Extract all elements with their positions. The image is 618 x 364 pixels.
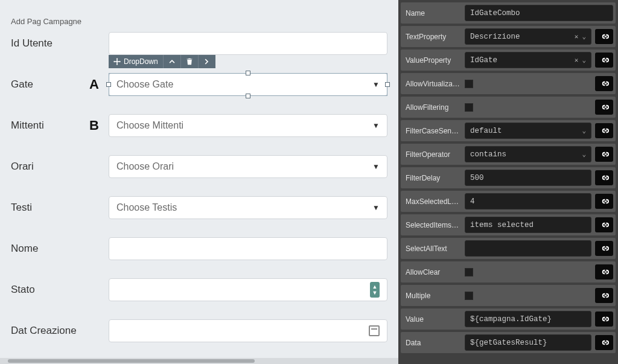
prop-valueproperty-input[interactable]: IdGate ✕⌄ xyxy=(465,52,591,68)
chevron-down-icon: ▼ xyxy=(372,162,380,171)
clear-icon[interactable]: ✕ xyxy=(575,33,579,40)
prop-filtercasesensitivity-input[interactable]: default ⌄ xyxy=(465,123,591,139)
link-button[interactable] xyxy=(595,147,613,162)
form-row-datcreazione: Dat Creazione xyxy=(11,319,387,342)
label-orari: Orari xyxy=(11,161,109,173)
link-button[interactable] xyxy=(595,170,613,185)
link-icon xyxy=(600,267,609,276)
prop-filtercasesensitivity: FilterCaseSensiti... default ⌄ xyxy=(401,120,616,141)
link-button[interactable] xyxy=(595,53,613,68)
prop-name: Name IdGateCombo xyxy=(401,2,616,24)
letter-b: B xyxy=(89,118,99,133)
prop-filterdelay-input[interactable]: 500 xyxy=(465,170,591,186)
form-row-orari: Orari Choose Orari ▼ xyxy=(11,155,387,178)
link-button[interactable] xyxy=(595,288,613,303)
chevron-down-icon[interactable]: ⌄ xyxy=(582,150,586,158)
letter-a: A xyxy=(89,77,99,92)
link-button[interactable] xyxy=(595,194,613,209)
link-button[interactable] xyxy=(595,335,613,350)
link-icon xyxy=(600,315,609,324)
chevron-down-icon[interactable]: ⌄ xyxy=(582,127,586,135)
label-mittenti: Mittenti B xyxy=(11,118,109,133)
scrollbar-thumb[interactable] xyxy=(8,359,255,363)
checkbox-allowclear[interactable] xyxy=(465,268,473,276)
prop-selectalltext-input[interactable] xyxy=(465,240,591,257)
trash-icon xyxy=(186,58,193,65)
form-row-testi: Testi Choose Testis ▼ xyxy=(11,196,387,219)
chevron-down-icon[interactable]: ⌄ xyxy=(582,33,586,40)
numeric-stato[interactable]: ▲▼ xyxy=(109,278,387,301)
link-button[interactable] xyxy=(595,100,613,115)
input-nome[interactable] xyxy=(109,237,387,260)
tb-up[interactable] xyxy=(164,55,181,68)
prop-maxselectedlabels: MaxSelectedLab... 4 xyxy=(401,191,616,212)
form-row-stato: Stato ▲▼ xyxy=(11,278,387,301)
prop-allowfiltering: AllowFiltering xyxy=(401,97,616,118)
link-button[interactable] xyxy=(595,241,613,256)
prop-value: Value ${campagna.IdGate} xyxy=(401,308,616,330)
prop-filteroperator-input[interactable]: contains ⌄ xyxy=(465,146,591,162)
prop-selecteditemstext-input[interactable]: items selected xyxy=(465,217,591,233)
label-gate: Gate A xyxy=(11,77,109,92)
chevron-down-icon[interactable]: ⌄ xyxy=(582,56,586,64)
design-canvas: Add Pag Campagne Id Utente Gate A DropDo… xyxy=(0,0,398,364)
link-icon xyxy=(600,220,609,229)
link-button[interactable] xyxy=(595,76,613,91)
checkbox-allowfiltering[interactable] xyxy=(465,103,473,112)
label-idutente: Id Utente xyxy=(11,37,109,49)
chevron-down-icon: ▼ xyxy=(372,80,380,89)
input-idutente[interactable] xyxy=(109,32,387,55)
chevron-down-icon: ▼ xyxy=(372,203,380,212)
link-button[interactable] xyxy=(595,311,613,327)
link-icon xyxy=(600,244,609,253)
form-row-nome: Nome xyxy=(11,237,387,260)
link-button[interactable] xyxy=(595,29,613,44)
checkbox-allowvirtualization[interactable] xyxy=(465,80,473,88)
prop-data-input[interactable]: ${getGatesResult} xyxy=(465,334,591,351)
link-icon xyxy=(600,56,609,65)
label-stato: Stato xyxy=(11,284,109,296)
link-icon xyxy=(600,173,609,182)
link-icon xyxy=(600,291,609,300)
link-icon xyxy=(600,103,609,112)
dropdown-testi[interactable]: Choose Testis ▼ xyxy=(109,196,387,219)
link-button[interactable] xyxy=(595,264,613,279)
prop-multiple: Multiple xyxy=(401,285,616,306)
prop-filteroperator: FilterOperator contains ⌄ xyxy=(401,144,616,165)
selection-toolbar: DropDown xyxy=(109,55,215,68)
properties-panel: Name IdGateCombo TextProperty Descrizion… xyxy=(398,0,618,364)
form-row-gate: Gate A DropDown xyxy=(11,73,387,96)
form-row-idutente: Id Utente xyxy=(11,32,387,55)
prop-selecteditemstext: SelectedItemsText items selected xyxy=(401,214,616,235)
label-testi: Testi xyxy=(11,202,109,214)
link-icon xyxy=(600,197,609,206)
prop-data: Data ${getGatesResult} xyxy=(401,332,616,353)
prop-textproperty-input[interactable]: Descrizione ✕⌄ xyxy=(465,28,591,45)
dropdown-gate[interactable]: Choose Gate ▼ xyxy=(109,73,387,96)
chevron-down-icon: ▼ xyxy=(372,121,380,130)
prop-valueproperty: ValueProperty IdGate ✕⌄ xyxy=(401,49,616,71)
move-icon xyxy=(113,58,121,65)
dropdown-mittenti[interactable]: Choose Mittenti ▼ xyxy=(109,114,387,137)
prop-name-input[interactable]: IdGateCombo xyxy=(465,5,613,21)
datepicker-datcreazione[interactable] xyxy=(109,319,387,342)
tb-delete[interactable] xyxy=(181,55,199,68)
horizontal-scrollbar[interactable] xyxy=(0,358,398,364)
link-button[interactable] xyxy=(595,217,613,232)
tb-next[interactable] xyxy=(199,55,215,68)
spinner-icon[interactable]: ▲▼ xyxy=(370,282,380,298)
label-nome: Nome xyxy=(11,243,109,255)
drag-handle[interactable]: DropDown xyxy=(109,55,164,68)
prop-allowclear: AllowClear xyxy=(401,261,616,283)
prop-maxselectedlabels-input[interactable]: 4 xyxy=(465,193,591,209)
clear-icon[interactable]: ✕ xyxy=(575,56,579,64)
prop-textproperty: TextProperty Descrizione ✕⌄ xyxy=(401,26,616,47)
prop-filterdelay: FilterDelay 500 xyxy=(401,167,616,188)
link-button[interactable] xyxy=(595,123,613,138)
prop-allowvirtualization: AllowVirtualizati... xyxy=(401,73,616,94)
prop-value-input[interactable]: ${campagna.IdGate} xyxy=(465,311,591,327)
chevron-right-icon xyxy=(203,58,211,65)
calendar-icon xyxy=(369,325,380,336)
checkbox-multiple[interactable] xyxy=(465,292,473,300)
dropdown-orari[interactable]: Choose Orari ▼ xyxy=(109,155,387,178)
